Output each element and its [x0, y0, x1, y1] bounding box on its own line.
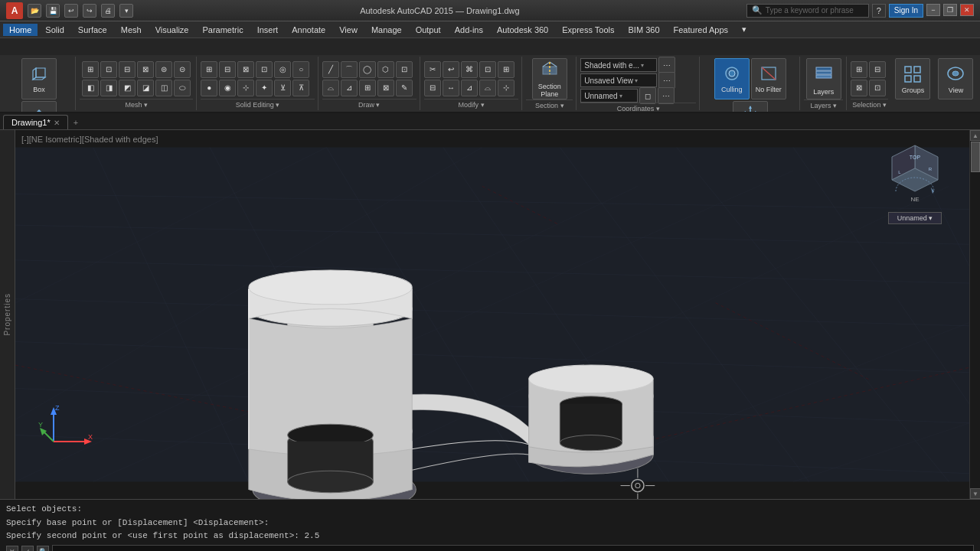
solid-sm-7[interactable]: ●: [201, 80, 217, 96]
shaded-options[interactable]: ⋯: [658, 57, 675, 73]
menu-output[interactable]: Output: [410, 24, 447, 36]
help-btn[interactable]: ?: [872, 4, 886, 18]
sel-sm-4[interactable]: ⊡: [869, 80, 886, 96]
close-btn[interactable]: ✕: [960, 4, 974, 16]
solid-sm-3[interactable]: ⊠: [237, 61, 254, 78]
cmd-cancel-btn[interactable]: ✕: [6, 546, 18, 551]
menu-surface[interactable]: Surface: [72, 24, 113, 36]
qat-open[interactable]: 📂: [28, 4, 41, 18]
mod-sm-10[interactable]: ⊹: [498, 80, 514, 96]
mesh-sm-10[interactable]: ◪: [137, 80, 154, 96]
mod-sm-9[interactable]: ⌓: [479, 80, 496, 96]
menu-featured[interactable]: Featured Apps: [668, 24, 735, 36]
qat-undo[interactable]: ↩: [64, 4, 78, 18]
no-filter-button[interactable]: No Filter: [751, 58, 786, 99]
sel-sm-3[interactable]: ⊠: [851, 80, 867, 96]
solid-sm-4[interactable]: ⊡: [256, 61, 273, 78]
draw-sm-6[interactable]: ⌓: [322, 80, 339, 96]
mod-sm-6[interactable]: ⊟: [424, 80, 441, 96]
viewcube[interactable]: TOP L R NE Unnamed ▾: [888, 142, 942, 218]
named-ucs-dropdown[interactable]: Unnamed ▾: [580, 89, 638, 103]
scroll-down-btn[interactable]: ▼: [970, 488, 980, 499]
draw-sm-7[interactable]: ⊿: [341, 80, 358, 96]
mesh-sm-4[interactable]: ⊠: [137, 61, 154, 78]
cmd-zoom-btn[interactable]: 🔍: [37, 546, 49, 551]
minimize-btn[interactable]: −: [926, 4, 940, 16]
mod-sm-3[interactable]: ⌘: [461, 61, 478, 78]
mesh-sm-1[interactable]: ⊞: [82, 61, 99, 78]
menu-insert[interactable]: Insert: [251, 24, 285, 36]
solid-sm-6[interactable]: ○: [292, 61, 309, 78]
draw-sm-1[interactable]: ╱: [322, 61, 339, 78]
menu-home[interactable]: Home: [3, 24, 38, 36]
mod-sm-1[interactable]: ✂: [424, 61, 441, 78]
menu-solid[interactable]: Solid: [39, 24, 70, 36]
layers-button[interactable]: Layers: [806, 58, 841, 99]
restore-btn[interactable]: ❐: [943, 4, 957, 16]
qat-save[interactable]: 💾: [46, 4, 60, 18]
section-plane-button[interactable]: SectionPlane: [532, 58, 567, 99]
solid-sm-5[interactable]: ◎: [274, 61, 291, 78]
mesh-sm-2[interactable]: ⊡: [100, 61, 117, 78]
doc-tab-drawing1[interactable]: Drawing1* ✕: [3, 115, 68, 129]
mesh-sm-3[interactable]: ⊟: [119, 61, 136, 78]
doc-tab-close[interactable]: ✕: [54, 119, 60, 127]
solid-sm-1[interactable]: ⊞: [201, 61, 217, 78]
draw-sm-2[interactable]: ⌒: [341, 61, 358, 78]
mod-sm-5[interactable]: ⊞: [498, 61, 514, 78]
draw-sm-5[interactable]: ⊡: [396, 61, 413, 78]
view-large-button[interactable]: View: [938, 58, 973, 99]
command-input-field[interactable]: [52, 545, 974, 551]
solid-sm-8[interactable]: ◉: [219, 80, 236, 96]
mod-sm-8[interactable]: ⊿: [461, 80, 478, 96]
solid-sm-11[interactable]: ⊻: [274, 80, 291, 96]
draw-sm-3[interactable]: ◯: [359, 61, 376, 78]
menu-manage[interactable]: Manage: [365, 24, 408, 36]
scroll-up-btn[interactable]: ▲: [970, 130, 980, 141]
qat-redo[interactable]: ↪: [83, 4, 96, 18]
mesh-sm-8[interactable]: ◨: [100, 80, 117, 96]
draw-sm-9[interactable]: ⊠: [377, 80, 394, 96]
mod-sm-4[interactable]: ⊡: [479, 61, 496, 78]
solid-sm-12[interactable]: ⊼: [292, 80, 309, 96]
mod-sm-7[interactable]: ↔: [443, 80, 459, 96]
signin-btn[interactable]: Sign In: [889, 4, 923, 18]
draw-sm-4[interactable]: ⬡: [377, 61, 394, 78]
menu-visualize[interactable]: Visualize: [149, 24, 195, 36]
menu-more[interactable]: ▾: [736, 23, 753, 36]
viewport[interactable]: [-][NE Isometric][Shaded with edges]: [15, 130, 980, 499]
sel-sm-2[interactable]: ⊟: [869, 61, 886, 78]
mod-sm-2[interactable]: ↩: [443, 61, 459, 78]
shaded-dropdown[interactable]: Shaded with e... ▾: [580, 58, 657, 72]
menu-a360[interactable]: Autodesk 360: [491, 24, 554, 36]
doc-tab-add[interactable]: +: [69, 116, 83, 129]
view-options[interactable]: ⋯: [658, 72, 675, 89]
menu-addins[interactable]: Add-ins: [449, 24, 489, 36]
solid-sm-2[interactable]: ⊟: [219, 61, 236, 78]
solid-sm-9[interactable]: ⊹: [237, 80, 254, 96]
draw-sm-10[interactable]: ✎: [396, 80, 413, 96]
sel-sm-1[interactable]: ⊞: [851, 61, 867, 78]
extrude-button[interactable]: Extrude: [21, 101, 57, 112]
menu-view[interactable]: View: [333, 24, 364, 36]
mesh-sm-11[interactable]: ◫: [155, 80, 172, 96]
mesh-sm-12[interactable]: ⬭: [174, 80, 191, 96]
mesh-sm-9[interactable]: ◩: [119, 80, 136, 96]
menu-parametric[interactable]: Parametric: [196, 24, 249, 36]
mesh-sm-5[interactable]: ⊜: [155, 61, 172, 78]
draw-sm-8[interactable]: ⊞: [359, 80, 376, 96]
solid-sm-10[interactable]: ✦: [256, 80, 273, 96]
menu-bim360[interactable]: BIM 360: [622, 24, 666, 36]
menu-annotate[interactable]: Annotate: [286, 24, 332, 36]
cmd-ok-btn[interactable]: ✓: [21, 546, 34, 551]
unsaved-view-dropdown[interactable]: Unsaved View ▾: [580, 73, 657, 87]
menu-mesh[interactable]: Mesh: [115, 24, 148, 36]
box-button[interactable]: Box: [21, 58, 57, 99]
menu-express[interactable]: Express Tools: [556, 24, 620, 36]
ucs-options-1[interactable]: ◻: [639, 87, 656, 104]
mesh-sm-6[interactable]: ⊝: [174, 61, 191, 78]
scroll-thumb[interactable]: [971, 142, 980, 172]
mesh-sm-7[interactable]: ◧: [82, 80, 99, 96]
groups-button[interactable]: Groups: [895, 58, 930, 99]
search-box[interactable]: 🔍 Type a keyword or phrase: [746, 4, 869, 18]
